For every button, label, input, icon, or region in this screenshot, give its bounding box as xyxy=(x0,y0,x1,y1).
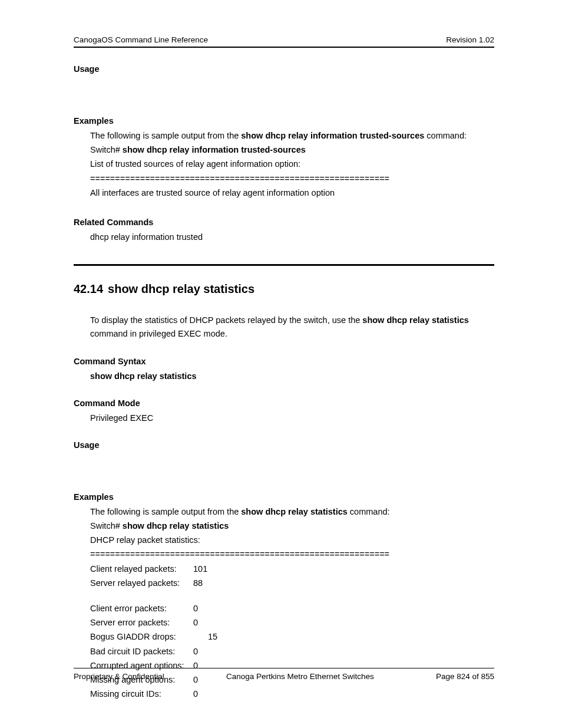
prompt-cmd: show dhcp relay information trusted-sour… xyxy=(123,145,306,154)
examples-heading: Examples xyxy=(74,116,494,126)
chapter-name: show dhcp relay statistics xyxy=(108,282,254,295)
header-revision: Revision 1.02 xyxy=(446,35,494,44)
stat-value: 101 xyxy=(193,562,217,576)
page-footer: Proprietary & Confidential Canoga Pertki… xyxy=(74,668,494,681)
prompt: Switch# xyxy=(90,145,123,154)
command-mode-heading: Command Mode xyxy=(74,398,494,408)
examples-heading-2: Examples xyxy=(74,492,494,502)
output-line: All interfaces are trusted source of rel… xyxy=(90,186,494,200)
stat-label: Bad circuit ID packets: xyxy=(90,645,193,658)
output-title: DHCP relay packet statistics: xyxy=(90,533,494,547)
page-header: CanogaOS Command Line Reference Revision… xyxy=(74,35,494,48)
related-commands-heading: Related Commands xyxy=(74,218,494,227)
footer-center: Canoga Pertkins Metro Ethernet Switches xyxy=(226,672,374,681)
prompt: Switch# xyxy=(90,521,123,531)
example-intro-pre: The following is sample output from the xyxy=(90,131,241,140)
stat-label: Server error packets: xyxy=(90,616,193,630)
stat-value: 88 xyxy=(193,577,217,590)
stat-value: 0 xyxy=(193,602,217,615)
stat-row: Missing circuit IDs: 0 xyxy=(90,687,494,701)
example-intro-cmd: show dhcp relay statistics xyxy=(241,507,348,516)
footer-right: Page 824 of 855 xyxy=(436,672,494,681)
chapter-number: 42.14 xyxy=(74,282,103,295)
desc-pre: To display the statistics of DHCP packet… xyxy=(90,315,362,325)
stat-row: Server relayed packets: 88 xyxy=(90,577,494,590)
chapter-title: 42.14show dhcp relay statistics xyxy=(74,282,494,296)
stat-row: Bogus GIADDR drops: 15 xyxy=(90,630,494,644)
stat-label: Missing circuit IDs: xyxy=(90,687,193,701)
usage-heading-2: Usage xyxy=(74,440,494,450)
prompt-cmd: show dhcp relay statistics xyxy=(123,521,229,531)
stat-value: 15 xyxy=(208,630,232,644)
stat-label: Client error packets: xyxy=(90,602,193,615)
desc-cmd: show dhcp relay statistics xyxy=(362,315,469,325)
example-intro-pre: The following is sample output from the xyxy=(90,507,241,516)
stat-value: 0 xyxy=(193,616,217,630)
document-page: CanogaOS Command Line Reference Revision… xyxy=(0,0,562,728)
stat-label: Server relayed packets: xyxy=(90,577,193,590)
examples-body: The following is sample output from the … xyxy=(90,129,494,200)
stat-label: Bogus GIADDR drops: xyxy=(90,630,208,644)
stat-row: Client error packets: 0 xyxy=(90,602,494,615)
command-syntax-body: show dhcp relay statistics xyxy=(90,370,494,383)
command-syntax-heading: Command Syntax xyxy=(74,357,494,366)
section-divider xyxy=(74,264,494,266)
stat-value: 0 xyxy=(193,687,217,701)
desc-post: command in privileged EXEC mode. xyxy=(90,329,227,338)
output-line: List of trusted sources of relay agent i… xyxy=(90,157,494,171)
stat-row: Bad circuit ID packets: 0 xyxy=(90,645,494,658)
stat-row: Client relayed packets: 101 xyxy=(90,562,494,576)
stat-value: 0 xyxy=(193,645,217,658)
example-intro-cmd: show dhcp relay information trusted-sour… xyxy=(241,131,424,140)
usage-heading: Usage xyxy=(74,64,494,74)
stat-label: Client relayed packets: xyxy=(90,562,193,576)
header-title: CanogaOS Command Line Reference xyxy=(74,35,208,44)
stat-row: Server error packets: 0 xyxy=(90,616,494,630)
example-intro-post: command: xyxy=(424,131,467,140)
related-commands-body: dhcp relay information trusted xyxy=(90,230,494,244)
example-intro-post: command: xyxy=(348,507,390,516)
footer-left: Proprietary & Confidential xyxy=(74,672,164,681)
chapter-description: To display the statistics of DHCP packet… xyxy=(90,314,494,341)
related-command: dhcp relay information trusted xyxy=(90,230,494,244)
command-mode-body: Privileged EXEC xyxy=(90,411,494,425)
output-divider: ========================================… xyxy=(90,172,494,186)
output-divider: ========================================… xyxy=(90,548,494,561)
